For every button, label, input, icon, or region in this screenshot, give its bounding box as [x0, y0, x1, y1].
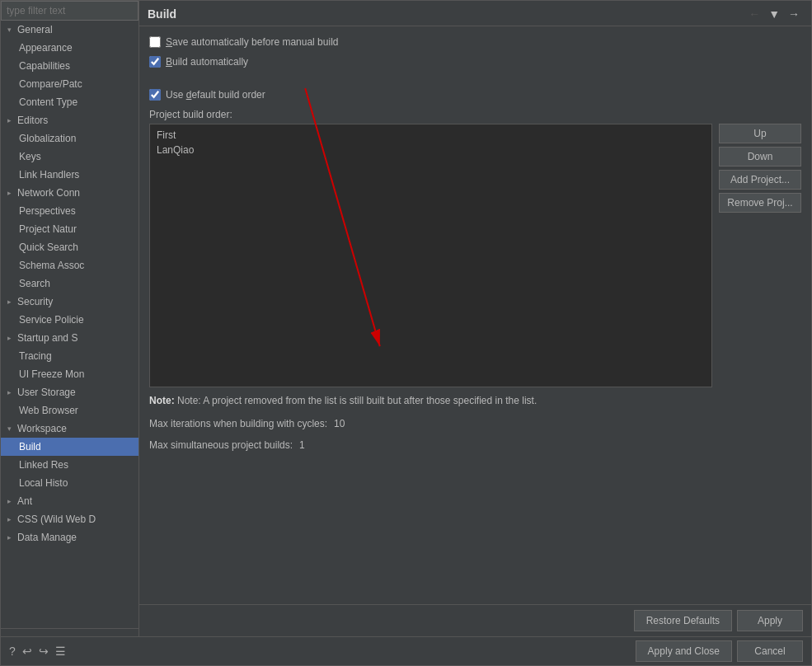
down-button[interactable]: Down — [719, 147, 801, 166]
footer-buttons: Apply and Close Cancel — [636, 640, 803, 662]
use-default-checkbox[interactable] — [149, 89, 161, 101]
build-order-section: Project build order: First LanQiao Up Do… — [149, 109, 801, 387]
forward-history-icon[interactable]: ↪ — [39, 645, 49, 658]
dropdown-button[interactable]: ▼ — [765, 6, 783, 22]
sidebar-item-workspace[interactable]: Workspace — [1, 420, 138, 438]
apply-and-close-button[interactable]: Apply and Close — [636, 640, 732, 662]
sidebar-item-capabilities[interactable]: Capabilities — [1, 57, 138, 75]
sidebar-item-globalization[interactable]: Globalization — [1, 129, 138, 148]
note-text: Note: Note: A project removed from the l… — [149, 394, 801, 408]
chevron-general — [7, 22, 16, 37]
use-default-label[interactable]: Use default build order — [166, 89, 265, 101]
chevron-user-storage — [7, 385, 16, 400]
sidebar-hscroll — [1, 628, 138, 636]
sidebar-item-compare-patch[interactable]: Compare/Patc — [1, 75, 138, 93]
save-auto-row: Save automatically before manual build — [149, 36, 801, 48]
build-order-row: First LanQiao Up Down Add Project... Rem… — [149, 124, 801, 387]
sidebar-item-security[interactable]: Security — [1, 293, 138, 311]
nav-buttons: ← ▼ → — [745, 6, 803, 22]
dialog-footer: ? ↩ ↪ ☰ Apply and Close Cancel — [1, 636, 811, 665]
sidebar-item-editors[interactable]: Editors — [1, 111, 138, 129]
chevron-security — [7, 294, 16, 309]
back-history-icon[interactable]: ↩ — [22, 645, 32, 658]
chevron-workspace — [7, 421, 16, 436]
chevron-network — [7, 185, 16, 200]
sidebar-item-perspectives[interactable]: Perspectives — [1, 202, 138, 220]
max-simultaneous-label: Max simultaneous project builds: — [149, 439, 293, 451]
sidebar-item-general[interactable]: General — [1, 21, 138, 39]
sidebar-item-tracing[interactable]: Tracing — [1, 347, 138, 365]
cancel-button[interactable]: Cancel — [737, 640, 803, 662]
help-icon[interactable]: ? — [9, 645, 16, 658]
project-build-order-label: Project build order: — [149, 109, 801, 120]
build-auto-label[interactable]: Build automatically — [166, 56, 248, 68]
sidebar-item-css[interactable]: CSS (Wild Web D — [1, 510, 138, 528]
preferences-dialog: General Appearance Capabilities Compare/… — [0, 0, 812, 666]
content-area-wrapper: Save automatically before manual build B… — [139, 26, 811, 604]
content-body: Save automatically before manual build B… — [139, 26, 811, 604]
save-auto-checkbox[interactable] — [149, 36, 161, 48]
chevron-startup — [7, 331, 16, 345]
max-iterations-value: 10 — [334, 418, 345, 429]
filter-input[interactable] — [1, 1, 138, 21]
add-project-button[interactable]: Add Project... — [719, 170, 801, 190]
save-auto-label[interactable]: Save automatically before manual build — [166, 36, 338, 48]
chevron-data-manage — [7, 530, 16, 545]
build-auto-checkbox[interactable] — [149, 56, 161, 68]
sidebar-item-appearance[interactable]: Appearance — [1, 39, 138, 57]
sidebar-item-ui-freeze[interactable]: UI Freeze Mon — [1, 365, 138, 383]
max-iterations-label: Max iterations when building with cycles… — [149, 418, 327, 429]
chevron-ant — [7, 494, 16, 509]
max-simultaneous-row: Max simultaneous project builds: 1 — [149, 439, 801, 451]
page-title: Build — [148, 7, 176, 21]
bottom-bar: Restore Defaults Apply — [139, 604, 811, 636]
sidebar: General Appearance Capabilities Compare/… — [1, 1, 139, 636]
sidebar-item-network-conn[interactable]: Network Conn — [1, 184, 138, 202]
sidebar-item-user-storage[interactable]: User Storage — [1, 383, 138, 401]
sidebar-item-startup[interactable]: Startup and S — [1, 329, 138, 347]
settings-icon[interactable]: ☰ — [55, 645, 66, 658]
apply-button[interactable]: Apply — [737, 610, 803, 631]
sidebar-item-local-histo[interactable]: Local Histo — [1, 474, 138, 492]
up-button[interactable]: Up — [719, 124, 801, 143]
chevron-css — [7, 512, 16, 527]
sidebar-item-data-manage[interactable]: Data Manage — [1, 528, 138, 546]
list-item[interactable]: LanQiao — [153, 143, 708, 157]
side-buttons: Up Down Add Project... Remove Proj... — [719, 124, 801, 213]
main-content: Build ← ▼ → Save automatically before ma… — [139, 1, 811, 636]
project-list[interactable]: First LanQiao — [149, 124, 712, 387]
back-button[interactable]: ← — [745, 6, 763, 22]
sidebar-item-keys[interactable]: Keys — [1, 148, 138, 166]
content-header: Build ← ▼ → — [139, 1, 811, 26]
tree-area: General Appearance Capabilities Compare/… — [1, 21, 138, 628]
sidebar-item-project-nature[interactable]: Project Natur — [1, 220, 138, 238]
use-default-row: Use default build order — [149, 89, 801, 101]
max-iterations-row: Max iterations when building with cycles… — [149, 418, 801, 429]
footer-icons-area: ? ↩ ↪ ☰ — [9, 645, 66, 658]
build-auto-row: Build automatically — [149, 56, 801, 68]
sidebar-item-build[interactable]: Build — [1, 438, 138, 456]
sidebar-item-search[interactable]: Search — [1, 274, 138, 293]
list-item[interactable]: First — [153, 128, 708, 143]
restore-defaults-button[interactable]: Restore Defaults — [634, 610, 732, 631]
sidebar-item-ant[interactable]: Ant — [1, 492, 138, 510]
chevron-editors — [7, 113, 16, 128]
forward-button[interactable]: → — [785, 6, 803, 22]
sidebar-item-schema-assoc[interactable]: Schema Assoc — [1, 256, 138, 274]
sidebar-item-quick-search[interactable]: Quick Search — [1, 238, 138, 256]
remove-project-button[interactable]: Remove Proj... — [719, 193, 801, 213]
sidebar-item-link-handlers[interactable]: Link Handlers — [1, 166, 138, 184]
max-simultaneous-value: 1 — [299, 439, 305, 451]
sidebar-item-service-policie[interactable]: Service Policie — [1, 311, 138, 329]
sidebar-item-linked-res[interactable]: Linked Res — [1, 456, 138, 474]
sidebar-item-content-type[interactable]: Content Type — [1, 93, 138, 111]
sidebar-item-web-browser[interactable]: Web Browser — [1, 401, 138, 420]
